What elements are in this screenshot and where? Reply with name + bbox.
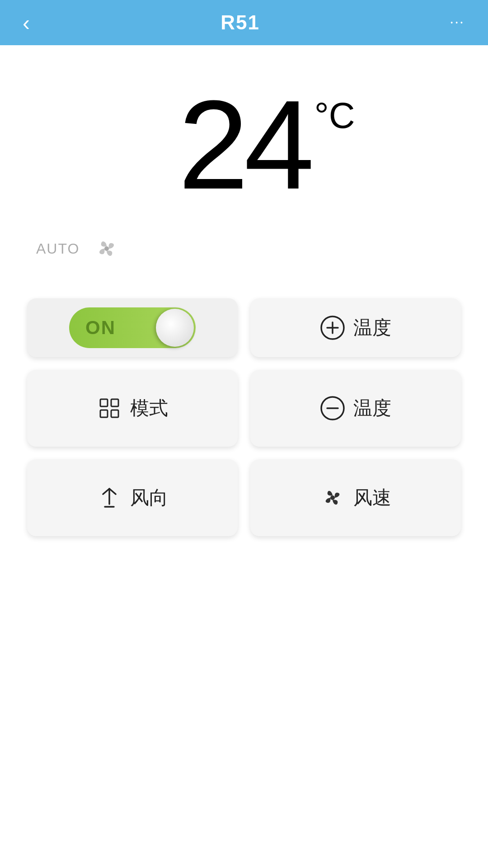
svg-point-0 [104, 246, 109, 251]
back-button[interactable]: ‹ [23, 10, 30, 35]
toggle-knob [156, 309, 194, 347]
wind-direction-icon [97, 485, 122, 510]
minus-circle-icon [320, 396, 345, 421]
auto-section: AUTO [27, 235, 461, 262]
mode-label: 模式 [130, 396, 168, 421]
power-toggle[interactable]: ON [27, 298, 238, 357]
fan-auto-icon [93, 235, 120, 262]
wind-speed-label: 风速 [353, 485, 391, 510]
temp-decrease-button[interactable]: 温度 [250, 370, 461, 447]
mode-button[interactable]: 模式 [27, 370, 238, 447]
svg-rect-7 [111, 410, 118, 417]
temperature-value: 24 [178, 81, 310, 208]
temp-increase-label: 温度 [353, 315, 391, 340]
temperature-display: 24 °C [27, 81, 461, 208]
wind-speed-icon [320, 485, 345, 510]
page-title: R51 [221, 11, 260, 34]
controls-row2: 模式 温度 [27, 370, 461, 447]
svg-rect-5 [111, 399, 118, 406]
temp-increase-button[interactable]: 温度 [250, 298, 461, 357]
temp-decrease-label: 温度 [353, 396, 391, 421]
wind-direction-button[interactable]: 风向 [27, 459, 238, 536]
svg-rect-6 [100, 410, 108, 417]
controls-row1: ON 温度 [27, 298, 461, 357]
temperature-unit: °C [314, 95, 355, 137]
auto-label: AUTO [36, 241, 80, 257]
main-content: 24 °C AUTO ON [0, 45, 488, 536]
wind-direction-label: 风向 [130, 485, 168, 510]
header: ‹ R51 ••• [0, 0, 488, 45]
toggle-label: ON [85, 317, 116, 339]
mode-grid-icon [97, 396, 122, 421]
controls-row3: 风向 风速 [27, 459, 461, 536]
plus-circle-icon [320, 315, 345, 340]
svg-point-12 [330, 495, 335, 500]
more-button[interactable]: ••• [450, 19, 465, 26]
toggle-switch[interactable]: ON [69, 307, 196, 348]
svg-rect-4 [100, 399, 108, 406]
wind-speed-button[interactable]: 风速 [250, 459, 461, 536]
